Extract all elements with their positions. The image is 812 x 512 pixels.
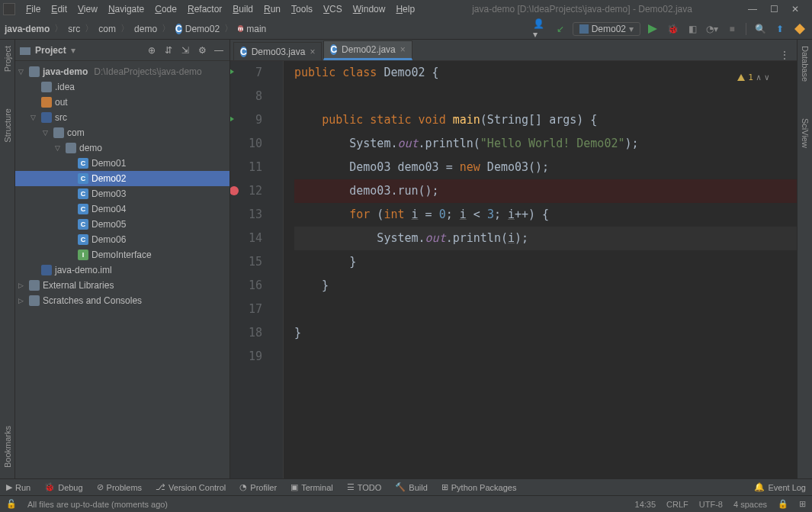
debug-button[interactable]: 🐞 (665, 21, 680, 37)
memory-indicator-icon[interactable]: ⊞ (799, 499, 806, 509)
code-line[interactable] (294, 85, 797, 108)
hide-panel-icon[interactable]: — (213, 45, 225, 56)
menu-view[interactable]: View (73, 2, 102, 16)
menu-run[interactable]: Run (259, 2, 285, 16)
menu-window[interactable]: Window (348, 2, 390, 16)
tab-database[interactable]: Database (801, 43, 810, 85)
tabs-more-icon[interactable]: ⋮ (772, 50, 797, 60)
expand-arrow-icon[interactable]: ▽ (43, 129, 50, 137)
line-number[interactable]: 11 (230, 156, 262, 179)
next-highlight-icon[interactable]: ∨ (764, 66, 769, 89)
line-gutter[interactable]: 78910111213141516171819 (230, 61, 270, 478)
code-line[interactable]: public static void main(String[] args) { (294, 108, 797, 132)
tree-root[interactable]: ▽java-demoD:\IdeaProjects\java-demo (15, 64, 229, 79)
tree-node[interactable]: ▷Scratches and Consoles (15, 293, 229, 308)
breadcrumb-class[interactable]: CDemo02 (175, 24, 220, 34)
tree-node[interactable]: ▽com (15, 125, 229, 140)
tool-todo[interactable]: ☰ TODO (347, 482, 382, 492)
coverage-button[interactable]: ◧ (685, 21, 700, 37)
settings-icon[interactable]: ⚙ (196, 45, 208, 56)
run-config-selector[interactable]: Demo02▾ (573, 22, 640, 36)
menu-code[interactable]: Code (150, 2, 181, 16)
search-icon[interactable]: 🔍 (753, 21, 768, 37)
code-line[interactable]: } (294, 321, 797, 345)
line-number[interactable]: 8 (230, 85, 262, 108)
close-tab-icon[interactable]: × (310, 47, 315, 57)
vcs-update-icon[interactable]: ↙ (553, 21, 568, 37)
breadcrumb-method[interactable]: mmain (238, 24, 266, 34)
menu-vcs[interactable]: VCS (319, 2, 347, 16)
tree-node[interactable]: ▽src (15, 110, 229, 125)
close-tab-icon[interactable]: × (400, 44, 406, 55)
close-button[interactable]: ✕ (788, 4, 803, 14)
line-number[interactable]: 14 (230, 227, 262, 250)
line-number[interactable]: 19 (230, 345, 262, 369)
code-line[interactable]: System.out.println(i); (294, 227, 797, 250)
menu-build[interactable]: Build (228, 2, 258, 16)
code-content[interactable]: 1 ∧ ∨ public class Demo02 { public stati… (284, 61, 797, 478)
tool-problems[interactable]: ⊘ Problems (97, 482, 142, 492)
expand-arrow-icon[interactable]: ▽ (55, 144, 63, 152)
code-line[interactable] (294, 298, 797, 321)
line-number[interactable]: 15 (230, 250, 262, 274)
tree-node[interactable]: java-demo.iml (15, 262, 229, 278)
line-number[interactable]: 12 (230, 179, 262, 203)
line-number[interactable]: 7 (230, 61, 262, 85)
project-tree[interactable]: ▽java-demoD:\IdeaProjects\java-demo.idea… (15, 61, 229, 478)
tree-node[interactable]: IDemoInterface (15, 247, 229, 262)
menu-help[interactable]: Help (391, 2, 419, 16)
breakpoint-icon[interactable] (230, 186, 239, 195)
breadcrumb-item[interactable]: src (68, 24, 80, 34)
tool-build[interactable]: 🔨 Build (395, 482, 427, 492)
expand-arrow-icon[interactable]: ▽ (30, 114, 38, 121)
tool-python[interactable]: ⊞ Python Packages (441, 482, 517, 492)
vcs-user-icon[interactable]: 👤▾ (533, 21, 548, 37)
stop-button[interactable]: ■ (724, 21, 740, 37)
line-number[interactable]: 18 (230, 321, 262, 345)
tree-node[interactable]: CDemo03 (15, 186, 229, 201)
tool-vcs[interactable]: ⎇ Version Control (156, 482, 226, 492)
tab-structure[interactable]: Structure (3, 105, 12, 146)
file-encoding[interactable]: UTF-8 (699, 500, 723, 509)
code-line[interactable]: for (int i = 0; i < 3; i++) { (294, 203, 797, 227)
tree-node[interactable]: CDemo04 (15, 201, 229, 217)
indent-info[interactable]: 4 spaces (733, 500, 767, 509)
editor-tab[interactable]: CDemo02.java× (323, 40, 412, 60)
line-number[interactable]: 16 (230, 274, 262, 298)
code-line[interactable]: Demo03 demo03 = new Demo03(); (294, 156, 797, 179)
code-line[interactable] (294, 345, 797, 369)
menu-file[interactable]: File (21, 2, 45, 16)
tool-run[interactable]: ▶ Run (6, 482, 30, 492)
view-mode-chevron-icon[interactable]: ▾ (71, 45, 75, 56)
run-gutter-icon[interactable] (230, 67, 234, 76)
expand-all-icon[interactable]: ⇵ (162, 45, 175, 56)
event-log[interactable]: 🔔 Event Log (754, 482, 806, 492)
menu-refactor[interactable]: Refactor (183, 2, 226, 16)
line-separator[interactable]: CRLF (666, 500, 688, 509)
breadcrumb-item[interactable]: com (98, 24, 116, 34)
tool-debug[interactable]: 🐞 Debug (44, 482, 82, 492)
tool-profiler[interactable]: ◔ Profiler (239, 482, 277, 492)
maximize-button[interactable]: ☐ (766, 4, 782, 14)
tree-node[interactable]: ▷External Libraries (15, 278, 229, 293)
code-line[interactable]: } (294, 274, 797, 298)
collapse-all-icon[interactable]: ⇲ (179, 45, 191, 56)
code-line[interactable]: System.out.println("Hello World! Demo02"… (294, 132, 797, 156)
readonly-lock-icon[interactable]: 🔒 (778, 499, 788, 509)
tree-node[interactable]: CDemo05 (15, 217, 229, 232)
tool-terminal[interactable]: ▣ Terminal (290, 482, 333, 492)
tab-sciview[interactable]: SciView (801, 115, 810, 151)
breadcrumb-root[interactable]: java-demo (5, 24, 50, 34)
inspection-indicator[interactable]: 1 ∧ ∨ (737, 66, 769, 89)
menu-edit[interactable]: Edit (47, 2, 72, 16)
prev-highlight-icon[interactable]: ∧ (756, 66, 762, 89)
tree-node[interactable]: ▽demo (15, 140, 229, 156)
tree-node[interactable]: CDemo02 (15, 171, 229, 186)
code-line[interactable]: } (294, 250, 797, 274)
tree-node[interactable]: CDemo01 (15, 156, 229, 171)
line-number[interactable]: 13 (230, 203, 262, 227)
minimize-button[interactable]: — (745, 4, 760, 14)
tree-node[interactable]: CDemo06 (15, 232, 229, 247)
select-opened-icon[interactable]: ⊕ (146, 45, 158, 56)
sync-icon[interactable]: ⬆ (772, 21, 788, 37)
